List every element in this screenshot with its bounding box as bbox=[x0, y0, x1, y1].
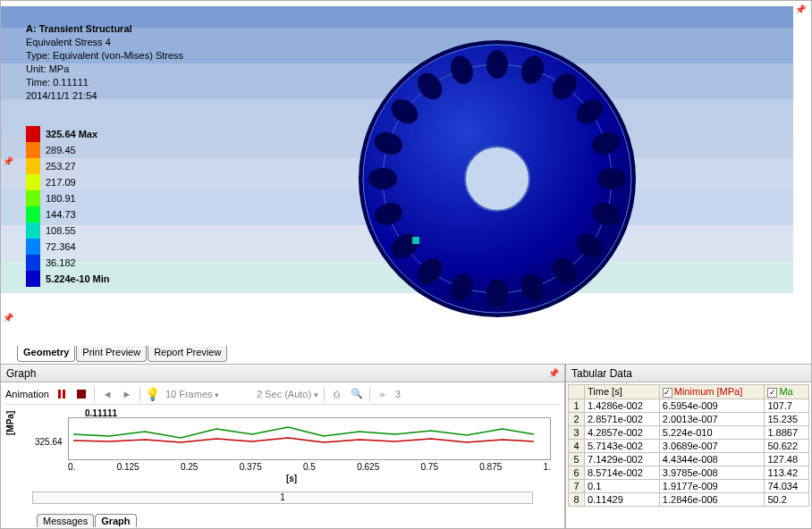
data-table[interactable]: Time [s] ✓Minimum [MPa] ✓Ma 1 1.4286e-00… bbox=[568, 384, 809, 507]
checkbox-icon[interactable]: ✓ bbox=[767, 388, 777, 398]
y-axis-label: [MPa] bbox=[5, 411, 15, 435]
view-tabs: Geometry Print Preview Report Preview bbox=[17, 346, 228, 362]
tab-messages[interactable]: Messages bbox=[37, 514, 94, 527]
col-minimum[interactable]: ✓Minimum [MPa] bbox=[659, 385, 765, 399]
result-type: Type: Equivalent (von-Mises) Stress bbox=[26, 49, 183, 63]
graph-chart[interactable]: [MPa] 325.64 0.11111 0.0.1250.250.3750.5… bbox=[32, 417, 551, 489]
cell-min[interactable]: 2.0013e-007 bbox=[659, 412, 765, 425]
result-time: Time: 0.11111 bbox=[26, 76, 183, 89]
tab-geometry[interactable]: Geometry bbox=[17, 346, 75, 362]
legend-item: 108.55 bbox=[26, 223, 110, 239]
table-row[interactable]: 4 5.7143e-002 3.0689e-007 50.622 bbox=[569, 439, 809, 452]
result-date: 2014/11/1 21:54 bbox=[26, 89, 183, 103]
pin-icon[interactable]: 📌 bbox=[548, 368, 559, 378]
table-row[interactable]: 2 2.8571e-002 2.0013e-007 15.235 bbox=[569, 412, 809, 425]
legend-item: 217.09 bbox=[26, 174, 110, 190]
legend-label: 180.91 bbox=[46, 193, 76, 204]
cell-max[interactable]: 127.48 bbox=[765, 452, 809, 466]
x-tick: 1. bbox=[544, 462, 551, 472]
legend-item: 144.73 bbox=[26, 206, 110, 223]
legend-swatch bbox=[26, 255, 40, 271]
graph-panel: Graph 📌 Animation ◄ ► 💡 10 Frames 2 Sec … bbox=[0, 365, 565, 529]
cell-time[interactable]: 2.8571e-002 bbox=[585, 412, 660, 425]
legend-item: 325.64 Max bbox=[26, 126, 110, 142]
cell-max[interactable]: 15.235 bbox=[765, 412, 809, 425]
cell-min[interactable]: 6.5954e-009 bbox=[659, 399, 765, 412]
row-number: 2 bbox=[569, 412, 585, 425]
result-info: A: Transient Structural Equivalent Stres… bbox=[26, 22, 183, 103]
viewport-3d[interactable]: 📌 📌 📌 A: Transient Structural Equivalent… bbox=[0, 0, 812, 365]
legend-label: 144.73 bbox=[46, 209, 76, 220]
time-slider[interactable]: 1 bbox=[32, 491, 533, 504]
row-number: 1 bbox=[569, 399, 585, 412]
table-row[interactable]: 6 8.5714e-002 3.9785e-008 113.42 bbox=[569, 466, 809, 479]
cell-max[interactable]: 74.034 bbox=[765, 479, 809, 492]
cell-min[interactable]: 3.9785e-008 bbox=[659, 466, 765, 479]
overflow-count: 3 bbox=[395, 389, 401, 399]
checkbox-icon[interactable]: ✓ bbox=[663, 388, 672, 398]
pause-button[interactable] bbox=[55, 387, 69, 401]
cell-max[interactable]: 1.8867 bbox=[765, 425, 809, 439]
tabular-data-panel: Tabular Data Time [s] ✓Minimum [MPa] ✓Ma… bbox=[565, 365, 812, 529]
row-number: 3 bbox=[569, 425, 585, 439]
cell-time[interactable]: 0.1 bbox=[585, 479, 660, 492]
col-time[interactable]: Time [s] bbox=[585, 385, 660, 399]
legend-swatch bbox=[26, 271, 40, 287]
cell-min[interactable]: 5.224e-010 bbox=[659, 425, 765, 439]
overflow-icon[interactable]: » bbox=[376, 387, 390, 401]
cell-time[interactable]: 5.7143e-002 bbox=[585, 439, 660, 452]
model-geometry bbox=[341, 22, 654, 335]
table-row[interactable]: 8 0.11429 1.2846e-006 50.2 bbox=[569, 492, 809, 506]
col-maximum[interactable]: ✓Ma bbox=[765, 385, 809, 399]
legend-label: 289.45 bbox=[46, 145, 76, 155]
cell-max[interactable]: 113.42 bbox=[765, 466, 809, 479]
cell-max[interactable]: 50.2 bbox=[765, 492, 809, 506]
pin-icon[interactable]: 📌 bbox=[3, 313, 13, 323]
legend-label: 36.182 bbox=[46, 257, 76, 268]
table-row[interactable]: 1 1.4286e-002 6.5954e-009 107.7 bbox=[569, 399, 809, 412]
legend-item: 5.224e-10 Min bbox=[26, 271, 110, 287]
cell-time[interactable]: 4.2857e-002 bbox=[585, 425, 660, 439]
cell-min[interactable]: 3.0689e-007 bbox=[659, 439, 765, 452]
tab-graph[interactable]: Graph bbox=[95, 514, 136, 527]
frames-select[interactable]: 10 Frames bbox=[165, 389, 219, 399]
cell-time[interactable]: 1.4286e-002 bbox=[585, 399, 660, 412]
cell-max[interactable]: 107.7 bbox=[765, 399, 809, 412]
cell-min[interactable]: 1.9177e-009 bbox=[659, 479, 765, 492]
prev-frame-button[interactable]: ◄ bbox=[100, 387, 114, 401]
tab-report-preview[interactable]: Report Preview bbox=[148, 346, 227, 362]
legend-item: 72.364 bbox=[26, 239, 110, 255]
cell-time[interactable]: 0.11429 bbox=[585, 492, 660, 506]
tab-print-preview[interactable]: Print Preview bbox=[76, 346, 147, 362]
pin-icon[interactable]: 📌 bbox=[795, 4, 806, 15]
legend-swatch bbox=[26, 223, 40, 239]
result-unit: Unit: MPa bbox=[26, 63, 183, 76]
cell-time[interactable]: 8.5714e-002 bbox=[585, 466, 660, 479]
cell-min[interactable]: 1.2846e-006 bbox=[659, 492, 765, 506]
x-tick: 0.375 bbox=[240, 462, 262, 472]
pin-icon[interactable]: 📌 bbox=[3, 156, 13, 167]
table-row[interactable]: 5 7.1429e-002 4.4344e-008 127.48 bbox=[569, 452, 809, 466]
legend-swatch bbox=[26, 239, 40, 255]
y-max-tick: 325.64 bbox=[35, 437, 63, 447]
table-row[interactable]: 7 0.1 1.9177e-009 74.034 bbox=[569, 479, 809, 492]
row-number: 6 bbox=[569, 466, 585, 479]
next-frame-button[interactable]: ► bbox=[120, 387, 134, 401]
cell-min[interactable]: 4.4344e-008 bbox=[659, 452, 765, 466]
legend-item: 180.91 bbox=[26, 190, 110, 206]
duration-select[interactable]: 2 Sec (Auto) bbox=[257, 389, 318, 399]
x-tick: 0. bbox=[68, 462, 75, 472]
zoom-icon[interactable]: 🔍 bbox=[350, 387, 364, 401]
cell-time[interactable]: 7.1429e-002 bbox=[585, 452, 660, 466]
cell-max[interactable]: 50.622 bbox=[765, 439, 809, 452]
x-tick: 0.625 bbox=[357, 462, 379, 472]
legend-swatch bbox=[26, 174, 40, 190]
legend-item: 253.27 bbox=[26, 158, 110, 174]
distributed-icon[interactable]: 💡 bbox=[146, 387, 160, 401]
tool-icon[interactable]: ⎙ bbox=[330, 387, 344, 401]
stop-button[interactable] bbox=[74, 387, 89, 401]
x-tick: 0.125 bbox=[117, 462, 140, 472]
table-row[interactable]: 3 4.2857e-002 5.224e-010 1.8867 bbox=[569, 425, 809, 439]
color-legend: 325.64 Max289.45253.27217.09180.91144.73… bbox=[26, 126, 110, 287]
legend-item: 36.182 bbox=[26, 255, 110, 271]
